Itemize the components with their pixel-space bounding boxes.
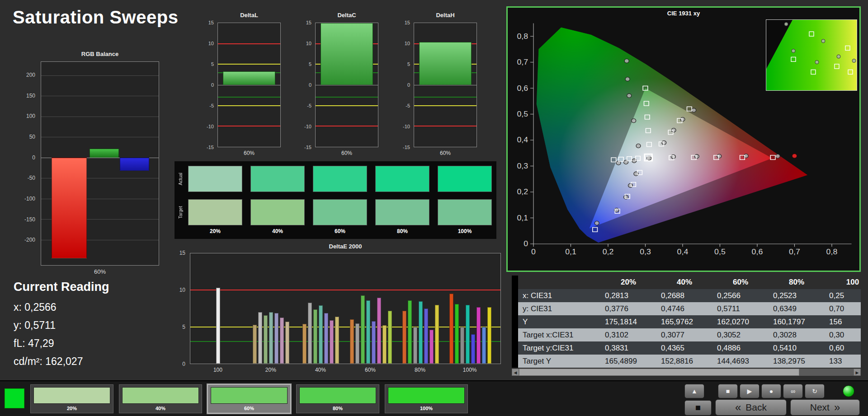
rgb-ytick-label: 100: [26, 113, 35, 119]
deltae-bar: [482, 327, 486, 364]
rgb-bar-blue: [120, 158, 149, 171]
pattern-tile-60%[interactable]: 60%: [208, 384, 291, 413]
table-row[interactable]: Target y:CIE310,38310,43650,48860,54100,…: [512, 341, 861, 355]
cie-title: CIE 1931 xy: [508, 10, 859, 17]
table-row[interactable]: Target Y165,4899152,8816144,4693138,2975…: [512, 355, 861, 368]
measured-point: [692, 108, 696, 112]
cell-value: 0,25: [825, 289, 861, 302]
scroll-thumb[interactable]: [519, 369, 799, 376]
deltae-bar: [361, 295, 365, 364]
delta-c-x-label: 60%: [315, 150, 378, 156]
cell-value: 0,2688: [656, 289, 712, 302]
play-button[interactable]: ▶: [740, 384, 760, 398]
cell-value: 156: [825, 315, 861, 328]
delta-h-title: DeltaH: [414, 12, 477, 19]
stop-pattern-button[interactable]: ◼: [684, 400, 712, 416]
ref-line: [316, 126, 378, 126]
cell-value: 0,3077: [656, 328, 712, 341]
cell-value: 0,3052: [712, 328, 769, 341]
stop-button[interactable]: ■: [718, 384, 738, 398]
page-title: Saturation Sweeps: [13, 7, 178, 28]
active-pattern-indicator: [5, 388, 24, 408]
row-label: Target x:CIE31: [518, 328, 600, 341]
rgb-gridline: [41, 137, 159, 137]
table-row[interactable]: Target x:CIE310,31020,30770,30520,30280,…: [512, 328, 861, 341]
scrollbar-track[interactable]: [799, 369, 854, 376]
delta-l-title: DeltaL: [217, 12, 281, 19]
scroll-right-button[interactable]: ▶: [854, 369, 861, 376]
table-row[interactable]: Y175,1814165,9762162,0270160,1797156: [512, 315, 861, 328]
delta-ytick-label: 0: [407, 82, 410, 88]
delta-h-plot-area: [414, 23, 477, 147]
deltae-bar: [280, 318, 284, 364]
collapse-icon: ▲: [691, 388, 698, 395]
deltae-bar: [366, 300, 370, 364]
delta-ytick-label: 0: [309, 82, 311, 88]
loop-button[interactable]: ∞: [783, 384, 803, 398]
cell-value: 0,2566: [712, 289, 769, 302]
table-scrollbar[interactable]: ◀ ▶: [512, 369, 861, 376]
delta-c-title: DeltaC: [315, 12, 378, 19]
cie-x-tick-label: 0,3: [640, 248, 651, 256]
de-group-label: 20%: [265, 367, 276, 373]
ref-line: [190, 290, 500, 290]
pattern-tile-40%[interactable]: 40%: [119, 384, 202, 413]
cie-inset-svg: [766, 20, 857, 90]
inset-measured-point: [792, 49, 795, 53]
delta-ytick-label: 10: [208, 41, 214, 46]
pattern-tile-20%[interactable]: 20%: [30, 384, 113, 413]
delta-ytick-label: 5: [309, 61, 311, 67]
reading-cdm2: cd/m²: 162,027: [14, 355, 109, 368]
pattern-tile-100%[interactable]: 100%: [385, 384, 468, 413]
calman-window: Saturation Sweeps RGB Balance 2001501005…: [0, 0, 868, 416]
delta-ytick-label: 5: [407, 61, 410, 67]
zero-line: [218, 85, 280, 85]
back-button[interactable]: « Back: [715, 399, 787, 416]
refresh-button[interactable]: ↻: [805, 384, 825, 398]
rgb-ytick-label: 150: [26, 93, 35, 99]
measured-point: [625, 77, 630, 81]
scroll-left-button[interactable]: ◀: [512, 369, 519, 376]
deltae-bar: [466, 305, 470, 364]
record-button[interactable]: ●: [761, 384, 781, 398]
pattern-tile-color: [299, 387, 376, 404]
pattern-tile-80%[interactable]: 80%: [296, 384, 379, 413]
deltae-bar: [330, 320, 334, 364]
rgb-gridline: [41, 75, 159, 76]
delta-ytick-label: 0: [211, 82, 214, 88]
collapse-button[interactable]: ▲: [684, 384, 704, 398]
rgb-ytick-label: -100: [24, 196, 35, 202]
delta-ytick-label: -5: [307, 103, 311, 108]
next-button[interactable]: Next »: [790, 399, 860, 416]
deltae-bar: [419, 301, 423, 364]
row-gutter: [512, 341, 518, 355]
rgb-ytick-label: -50: [28, 175, 35, 181]
play-icon: ▶: [747, 388, 752, 395]
deltae-x-axis: 10020%40%60%80%100%: [190, 367, 501, 374]
deltae-bar: [382, 325, 387, 364]
deltae-bar: [216, 288, 220, 364]
measured-point: [680, 117, 685, 122]
delta-c-plot-area: [315, 23, 378, 147]
deltae-bar: [274, 313, 278, 364]
cell-value: 0,4365: [656, 341, 712, 355]
row-label: y: CIE31: [518, 302, 600, 315]
swatch-col-label: 80%: [375, 228, 429, 234]
rgb-ytick-label: -200: [24, 237, 35, 243]
measured-point: [632, 119, 636, 123]
current-reading-title: Current Reading: [14, 280, 109, 294]
deltae2000-title: DeltaE 2000: [190, 243, 501, 250]
table-row[interactable]: x: CIE310,28130,26880,25660,25230,25: [512, 289, 861, 302]
cie-y-tick-label: 0,3: [517, 162, 528, 170]
deltae-bar: [460, 327, 464, 364]
measured-point: [594, 221, 599, 225]
de-ytick-label: 10: [179, 287, 185, 293]
pattern-tile-label: 60%: [208, 406, 290, 411]
table-row[interactable]: y: CIE310,37760,47460,57110,63490,70: [512, 302, 861, 315]
delta-ytick-label: -5: [406, 103, 410, 108]
rgb-y-axis: 200150100500-50-100-150-200: [18, 61, 38, 266]
delta-measure-bar: [223, 71, 275, 85]
rgb-gridline: [41, 96, 159, 96]
ref-line: [316, 97, 378, 98]
cie-x-tick-label: 0,1: [565, 248, 576, 256]
